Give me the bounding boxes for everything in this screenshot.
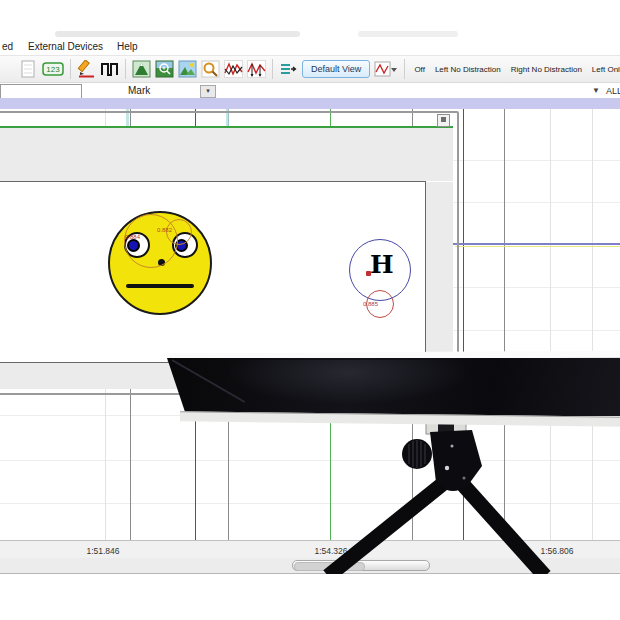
target-red-dot xyxy=(366,271,371,276)
chart-dropdown-icon[interactable] xyxy=(374,60,398,78)
toggle-right-no-distraction[interactable]: Right No Distraction xyxy=(508,65,585,74)
pencil-icon[interactable] xyxy=(77,60,96,78)
toolbar-separator xyxy=(272,59,273,79)
svg-text:123: 123 xyxy=(46,65,60,74)
toolbar-separator xyxy=(125,59,126,79)
smiley-mouth xyxy=(126,284,194,288)
toolbar: 123 xyxy=(0,55,620,83)
tripod-highlight xyxy=(451,445,454,448)
mark-label: Mark xyxy=(128,85,150,96)
chevron-down-icon[interactable]: ▼ xyxy=(592,86,600,95)
gaze-value-label: 0.884 xyxy=(125,234,140,240)
tripod-ball xyxy=(436,457,470,491)
eye-tracker-gloss xyxy=(230,360,490,410)
magnifier-yellow-icon[interactable] xyxy=(201,60,220,78)
mark-dropdown-button[interactable]: ▾ xyxy=(200,85,216,98)
app-window: ed External Devices Help 123 xyxy=(0,0,620,620)
waveform-arrows-icon[interactable] xyxy=(247,60,266,78)
gridline-vertical xyxy=(592,109,593,540)
menu-item-partial[interactable]: ed xyxy=(2,41,13,52)
zoom-in-green-icon[interactable] xyxy=(155,60,174,78)
gaze-trace-yellow xyxy=(455,246,620,247)
stimulus-display: 0.882 0.884 H 0.885 xyxy=(0,181,426,363)
timestamp: 1:51.846 xyxy=(86,546,119,556)
panel-collapse-glyph xyxy=(441,117,446,122)
menu-item-external-devices[interactable]: External Devices xyxy=(28,41,103,52)
toolbar-separator xyxy=(404,59,405,79)
mark-input[interactable] xyxy=(0,84,82,99)
toggle-left-no-distraction[interactable]: Left No Distraction xyxy=(432,65,504,74)
small-mountains-icon[interactable] xyxy=(178,60,197,78)
default-view-button[interactable]: Default View xyxy=(302,60,370,78)
marker-ruler-band xyxy=(0,98,620,109)
counter-123-icon[interactable]: 123 xyxy=(42,60,64,78)
titlebar-smudge xyxy=(55,31,300,37)
target-glyph: H xyxy=(370,252,392,277)
pulse-icon[interactable] xyxy=(100,60,119,78)
tripod-highlight xyxy=(463,477,466,480)
toggle-left-only[interactable]: Left Only xyxy=(589,65,620,74)
mountain-icon[interactable] xyxy=(132,60,151,78)
toggle-off[interactable]: Off xyxy=(411,65,428,74)
gaze-value-label: 0.882 xyxy=(157,227,172,233)
panel-top-band xyxy=(0,128,453,181)
waveform-red-icon[interactable] xyxy=(224,60,243,78)
tripod-left-leg xyxy=(328,478,450,574)
gaze-value-label: 0.885 xyxy=(363,301,378,307)
all-dropdown-label[interactable]: ALL xyxy=(606,86,620,96)
titlebar-smudge xyxy=(358,31,458,37)
menu-bar: ed External Devices Help xyxy=(0,40,620,55)
tripod-highlight xyxy=(445,466,449,470)
menu-item-help[interactable]: Help xyxy=(117,41,138,52)
mark-row: Mark ▾ ▼ ALL xyxy=(0,83,620,98)
tripod-right-leg xyxy=(457,478,545,574)
legend-arrow-icon[interactable] xyxy=(279,60,298,78)
blank-list-icon[interactable] xyxy=(19,60,38,78)
tripod xyxy=(300,418,560,574)
panel-collapse-button[interactable] xyxy=(437,114,450,127)
panel-right-gap xyxy=(426,182,453,360)
toolbar-separator xyxy=(70,59,71,79)
